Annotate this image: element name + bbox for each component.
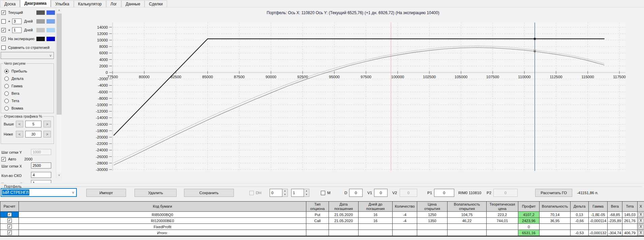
- table-header-cell[interactable]: Дней до погашения: [359, 202, 393, 212]
- y-tick-label: 12000: [97, 32, 108, 36]
- tab-улыбка[interactable]: Улыбка: [51, 0, 74, 7]
- table-header-cell[interactable]: Код бумаги: [19, 202, 306, 212]
- tab-доска[interactable]: Доска: [0, 0, 20, 7]
- row-delete-button[interactable]: X: [638, 231, 644, 235]
- row-select-cell[interactable]: ✓: [0, 224, 19, 230]
- dh-spinner-1-value[interactable]: 0: [270, 189, 282, 197]
- scroll-down-icon[interactable]: ˅: [56, 173, 62, 178]
- tab-сделки[interactable]: Сделки: [145, 0, 167, 7]
- radio-option-гамма[interactable]: Гамма: [4, 83, 23, 89]
- v1-label: V1: [367, 189, 372, 197]
- v2-label: V2: [392, 189, 397, 197]
- dh-spinner-1[interactable]: 0 ▲▼: [270, 189, 288, 197]
- radio-option-вега[interactable]: Вега: [4, 91, 19, 96]
- dh-row: DH: [249, 189, 262, 197]
- grid-x-input[interactable]: [31, 162, 51, 169]
- d-input[interactable]: 0: [349, 189, 363, 197]
- below-increase-button[interactable]: >: [43, 131, 51, 138]
- tab-лог[interactable]: Лог: [106, 0, 121, 7]
- v1-input[interactable]: 0: [374, 189, 388, 197]
- dh-spinner-2[interactable]: 1 ▲▼: [291, 189, 309, 197]
- delete-button[interactable]: Удалить: [134, 189, 177, 197]
- table-header-cell[interactable]: Дельта: [571, 202, 589, 212]
- calc-margin-button[interactable]: Рассчитать ГО: [535, 189, 572, 197]
- compare-checkbox[interactable]: [1, 46, 6, 50]
- spinner-up-icon[interactable]: ▲: [304, 189, 309, 193]
- cell-6: 104,75: [448, 212, 487, 218]
- row-delete-button[interactable]: X: [638, 218, 644, 223]
- payoff-chart[interactable]: 14000120001000080006000400020000-2000-40…: [62, 8, 644, 183]
- table-header-cell[interactable]: Профит: [518, 202, 540, 212]
- above-label: Выше: [4, 122, 14, 126]
- sidebar-scrollbar[interactable]: ˄ ˅: [56, 8, 62, 178]
- table-header-cell[interactable]: Тип опциона: [306, 202, 329, 212]
- table-header-cell[interactable]: Цена открытия: [417, 202, 448, 212]
- row-select-cell[interactable]: ✓: [0, 212, 19, 218]
- row-checkbox[interactable]: ✓: [7, 218, 12, 223]
- margin-value: -41151,86 п.: [577, 189, 599, 197]
- spinner-down-icon[interactable]: ▼: [282, 193, 287, 197]
- radio-option-тета[interactable]: Тета: [4, 98, 19, 103]
- table-header-cell[interactable]: Волатильность открытия: [448, 202, 487, 212]
- scrollbar-thumb[interactable]: [57, 13, 62, 115]
- expiry-checkbox[interactable]: ✓: [1, 37, 6, 41]
- above-decrease-button[interactable]: <: [16, 121, 23, 127]
- row-select-cell[interactable]: ✓: [0, 218, 19, 224]
- draw-group: Чего рисуем ПрибыльДельтаГаммаВегаТетаВо…: [1, 63, 54, 113]
- strategy-combobox[interactable]: ˅: [1, 52, 54, 59]
- table-header-cell[interactable]: Волатильность: [540, 202, 571, 212]
- plus1-days-input[interactable]: [12, 27, 22, 33]
- radio-option-дельта[interactable]: Дельта: [4, 76, 24, 81]
- m-checkbox[interactable]: [321, 191, 325, 195]
- dh-spinner-2-value[interactable]: 1: [291, 189, 304, 197]
- radio-option-вомма[interactable]: Вомма: [4, 106, 23, 111]
- cell-6: 46,22: [448, 218, 487, 224]
- table-header-cell[interactable]: Количество: [393, 202, 417, 212]
- table-header-cell[interactable]: Дата погашения: [329, 202, 359, 212]
- row-checkbox[interactable]: ✓: [7, 224, 12, 229]
- tab-данные[interactable]: Данные: [121, 0, 145, 7]
- cell-5: [417, 224, 448, 230]
- plus3-checkbox[interactable]: [1, 19, 6, 24]
- below-value[interactable]: 30: [25, 131, 41, 138]
- tab-калькулятор[interactable]: Калькулятор: [74, 0, 106, 7]
- spinner-down-icon[interactable]: ▼: [304, 193, 309, 197]
- x-tick-label: 87500: [234, 75, 245, 79]
- portfolio-combobox[interactable]: ЫЙ СТРЕНГЛ ˅: [1, 188, 77, 197]
- above-increase-button[interactable]: >: [43, 121, 51, 127]
- dh-label: DH: [256, 189, 262, 197]
- auto-checkbox[interactable]: ✓: [1, 157, 6, 161]
- y-tick-label: -2000: [98, 77, 108, 81]
- tab-диаграмма[interactable]: Диаграмма: [20, 0, 51, 7]
- days-count-input[interactable]: [31, 180, 51, 183]
- y-tick-label: -14000: [96, 116, 108, 120]
- table-header-cell[interactable]: Гамма: [589, 202, 608, 212]
- x-tick-label: 112500: [550, 75, 562, 79]
- row-checkbox[interactable]: ✓: [7, 212, 12, 217]
- import-button[interactable]: Импорт: [86, 189, 126, 197]
- row-select-cell[interactable]: ✓: [0, 230, 19, 236]
- above-value[interactable]: 5: [25, 121, 41, 127]
- table-header-cell[interactable]: Тета: [622, 202, 638, 212]
- table-header-cell[interactable]: Расчет: [0, 202, 19, 212]
- save-button[interactable]: Сохранить: [184, 189, 234, 197]
- radio-option-прибыль[interactable]: Прибыль: [4, 68, 27, 74]
- below-decrease-button[interactable]: <: [16, 131, 23, 138]
- plus1-checkbox[interactable]: ✓: [1, 28, 6, 32]
- sko-input[interactable]: [31, 172, 51, 178]
- table-header-cell[interactable]: Теоретическая цена: [487, 202, 518, 212]
- chart-area[interactable]: Портфель: Ось X: 110820 Ось Y: (Текущий …: [62, 8, 644, 183]
- plus3-days-input[interactable]: [12, 19, 22, 24]
- y-tick-label: 6000: [99, 51, 108, 55]
- p1-input[interactable]: 0: [434, 189, 454, 197]
- scroll-up-icon[interactable]: ˄: [56, 8, 62, 13]
- row-delete-button[interactable]: X: [638, 212, 644, 217]
- table-header-cell[interactable]: Вега: [608, 202, 622, 212]
- cell-2: 21.05.2020: [329, 212, 359, 218]
- table-header-cell[interactable]: X: [638, 202, 644, 212]
- cell-4: [393, 230, 417, 236]
- spinner-up-icon[interactable]: ▲: [282, 189, 287, 193]
- row-delete-button[interactable]: X: [638, 224, 644, 229]
- current-checkbox[interactable]: ✓: [1, 10, 6, 15]
- row-checkbox[interactable]: ✓: [7, 231, 12, 235]
